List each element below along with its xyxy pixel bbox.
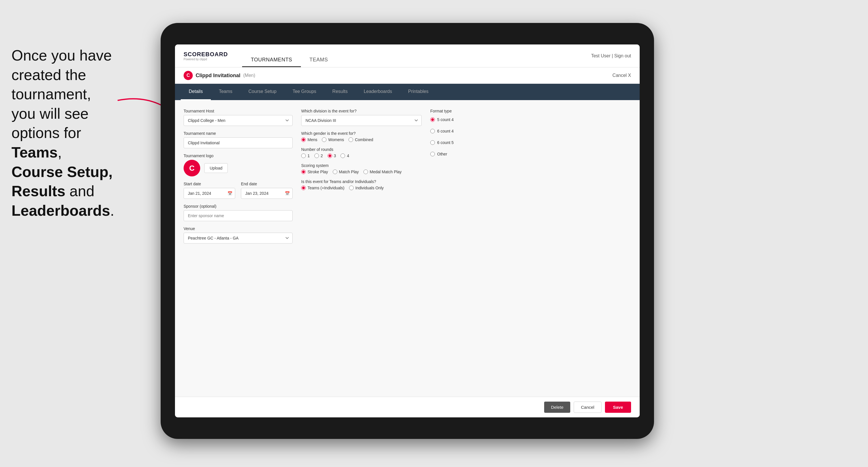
rounds-radio-3[interactable] bbox=[328, 153, 332, 158]
format-radio-6count4[interactable] bbox=[430, 129, 435, 133]
user-menu[interactable]: Test User | Sign out bbox=[591, 53, 631, 59]
end-date-label: End date bbox=[241, 182, 292, 186]
gender-option-combined[interactable]: Combined bbox=[348, 137, 373, 142]
format-option-5count4[interactable]: 5 count 4 bbox=[430, 117, 522, 122]
rounds-option-2[interactable]: 2 bbox=[314, 153, 323, 158]
tab-course-setup[interactable]: Course Setup bbox=[240, 84, 284, 100]
cancel-button-top[interactable]: Cancel X bbox=[613, 73, 631, 78]
gender-field: Which gender is the event for? Mens Wome… bbox=[301, 131, 422, 142]
team-individuals-field: Is this event for Teams and/or Individua… bbox=[301, 179, 422, 190]
delete-button[interactable]: Delete bbox=[544, 402, 570, 413]
main-nav: TOURNAMENTS TEAMS bbox=[242, 44, 337, 67]
format-radio-other[interactable] bbox=[430, 152, 435, 156]
tournament-name-input[interactable] bbox=[184, 137, 292, 148]
end-date-wrap: 📅 bbox=[241, 188, 292, 199]
scoring-label: Scoring system bbox=[301, 163, 422, 168]
tournament-title-area: C Clippd Invitational (Men) bbox=[184, 71, 255, 80]
team-radio-individuals[interactable] bbox=[349, 186, 354, 190]
tournament-header: C Clippd Invitational (Men) Cancel X bbox=[175, 67, 640, 84]
tournament-logo-field: Tournament logo C Upload bbox=[184, 153, 292, 177]
scoring-option-stroke[interactable]: Stroke Play bbox=[301, 169, 328, 174]
rounds-radio-2[interactable] bbox=[314, 153, 319, 158]
team-individuals-option-individuals[interactable]: Individuals Only bbox=[349, 186, 384, 190]
scoring-option-medal[interactable]: Medal Match Play bbox=[364, 169, 402, 174]
tournament-host-field: Tournament Host Clippd College - Men bbox=[184, 109, 292, 126]
tournament-name-label: Tournament name bbox=[184, 131, 292, 136]
tab-printables[interactable]: Printables bbox=[400, 84, 437, 100]
nav-tab-tournaments[interactable]: TOURNAMENTS bbox=[242, 53, 301, 67]
left-form-column: Tournament Host Clippd College - Men Tou… bbox=[184, 109, 292, 388]
tab-teams[interactable]: Teams bbox=[211, 84, 240, 100]
rounds-radio-1[interactable] bbox=[301, 153, 306, 158]
tab-details[interactable]: Details bbox=[181, 84, 211, 100]
format-option-other[interactable]: Other bbox=[430, 152, 522, 156]
form-content: Tournament Host Clippd College - Men Tou… bbox=[175, 100, 640, 397]
rounds-label: Number of rounds bbox=[301, 147, 422, 152]
right-form-column: Format type 5 count 4 6 count 4 6 count … bbox=[430, 109, 522, 388]
format-option-6count4[interactable]: 6 count 4 bbox=[430, 129, 522, 133]
upload-button[interactable]: Upload bbox=[204, 163, 228, 173]
rounds-option-3[interactable]: 3 bbox=[328, 153, 336, 158]
division-field: Which division is the event for? NCAA Di… bbox=[301, 109, 422, 126]
scoring-radio-group: Stroke Play Match Play Medal Match Play bbox=[301, 169, 422, 174]
logo-upload-area: C Upload bbox=[184, 160, 292, 177]
tournament-gender: (Men) bbox=[243, 73, 255, 78]
team-individuals-option-teams[interactable]: Teams (+Individuals) bbox=[301, 186, 344, 190]
tab-results[interactable]: Results bbox=[324, 84, 356, 100]
gender-option-mens[interactable]: Mens bbox=[301, 137, 317, 142]
venue-label: Venue bbox=[184, 226, 292, 231]
format-type-label: Format type bbox=[430, 109, 522, 113]
tournament-host-select[interactable]: Clippd College - Men bbox=[184, 115, 292, 126]
rounds-field: Number of rounds 1 2 3 bbox=[301, 147, 422, 158]
tablet-screen: SCOREBOARD Powered by clippd TOURNAMENTS… bbox=[175, 44, 640, 417]
team-radio-teams[interactable] bbox=[301, 186, 306, 190]
start-date-field: Start date 📅 bbox=[184, 182, 235, 199]
team-individuals-radio-group: Teams (+Individuals) Individuals Only bbox=[301, 186, 422, 190]
gender-radio-combined[interactable] bbox=[348, 137, 353, 142]
team-individuals-label: Is this event for Teams and/or Individua… bbox=[301, 179, 422, 184]
date-row: Start date 📅 End date 📅 bbox=[184, 182, 292, 199]
save-button[interactable]: Save bbox=[605, 402, 631, 413]
division-label: Which division is the event for? bbox=[301, 109, 422, 113]
scoring-radio-match[interactable] bbox=[333, 169, 337, 174]
rounds-option-4[interactable]: 4 bbox=[340, 153, 349, 158]
format-option-6count5[interactable]: 6 count 5 bbox=[430, 140, 522, 145]
logo: SCOREBOARD Powered by clippd bbox=[184, 51, 228, 61]
tab-tee-groups[interactable]: Tee Groups bbox=[284, 84, 324, 100]
sponsor-label: Sponsor (optional) bbox=[184, 204, 292, 209]
calendar-icon: 📅 bbox=[227, 191, 232, 196]
division-select[interactable]: NCAA Division III bbox=[301, 115, 422, 126]
gender-radio-mens[interactable] bbox=[301, 137, 306, 142]
scoring-radio-stroke[interactable] bbox=[301, 169, 306, 174]
gender-radio-womens[interactable] bbox=[322, 137, 327, 142]
gender-option-womens[interactable]: Womens bbox=[322, 137, 344, 142]
nav-tab-teams[interactable]: TEAMS bbox=[301, 53, 337, 67]
venue-field: Venue Peachtree GC - Atlanta - GA bbox=[184, 226, 292, 244]
tournament-logo-label: Tournament logo bbox=[184, 153, 292, 158]
tournament-name-field: Tournament name bbox=[184, 131, 292, 148]
scoring-option-match[interactable]: Match Play bbox=[333, 169, 359, 174]
tournament-name: Clippd Invitational bbox=[196, 72, 240, 79]
rounds-radio-4[interactable] bbox=[340, 153, 345, 158]
middle-form-column: Which division is the event for? NCAA Di… bbox=[301, 109, 422, 388]
tablet-device: SCOREBOARD Powered by clippd TOURNAMENTS… bbox=[161, 23, 654, 439]
sponsor-field: Sponsor (optional) bbox=[184, 204, 292, 221]
scoring-radio-medal[interactable] bbox=[364, 169, 368, 174]
sponsor-input[interactable] bbox=[184, 210, 292, 221]
section-tabs: Details Teams Course Setup Tee Groups Re… bbox=[175, 84, 640, 100]
venue-select[interactable]: Peachtree GC - Atlanta - GA bbox=[184, 232, 292, 244]
tab-leaderboards[interactable]: Leaderboards bbox=[356, 84, 400, 100]
rounds-radio-group: 1 2 3 4 bbox=[301, 153, 422, 158]
tournament-icon: C bbox=[184, 71, 193, 80]
start-date-label: Start date bbox=[184, 182, 235, 186]
format-radio-5count4[interactable] bbox=[430, 117, 435, 122]
rounds-option-1[interactable]: 1 bbox=[301, 153, 310, 158]
calendar-icon-end: 📅 bbox=[285, 191, 290, 196]
cancel-button[interactable]: Cancel bbox=[574, 402, 601, 413]
gender-radio-group: Mens Womens Combined bbox=[301, 137, 422, 142]
form-footer: Delete Cancel Save bbox=[175, 397, 640, 417]
gender-label: Which gender is the event for? bbox=[301, 131, 422, 136]
end-date-field: End date 📅 bbox=[241, 182, 292, 199]
format-radio-6count5[interactable] bbox=[430, 140, 435, 145]
top-navbar: SCOREBOARD Powered by clippd TOURNAMENTS… bbox=[175, 44, 640, 67]
